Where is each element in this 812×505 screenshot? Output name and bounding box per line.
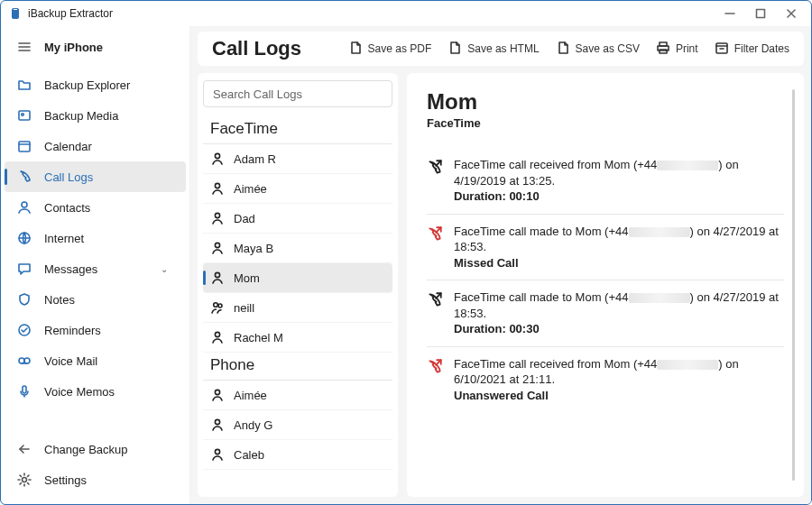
sidebar-footer-change-backup[interactable]: Change Backup [1,434,189,464]
contact-name: Mom [234,271,260,285]
hamburger-icon [17,40,32,54]
call-entry: FaceTime call received from Mom (+44) on… [427,148,784,215]
sidebar-item-notes[interactable]: Notes [1,284,189,315]
svg-rect-19 [23,386,26,393]
people-icon [210,300,225,315]
sidebar-item-label: Calendar [44,140,173,153]
svg-point-32 [215,272,219,277]
sidebar-item-voice-mail[interactable]: Voice Mail [1,345,189,376]
toolbar-filter-dates[interactable]: Filter Dates [715,41,789,58]
image-icon [17,108,32,123]
svg-point-36 [215,390,219,394]
svg-point-17 [24,358,30,363]
call-text: FaceTime call made to Mom (+44) on 4/27/… [454,224,784,271]
svg-point-30 [215,213,219,217]
gear-icon [17,473,32,487]
svg-rect-9 [19,111,30,120]
person-icon [210,330,225,344]
contact-name: neill [234,301,254,315]
svg-point-35 [215,332,219,336]
contact-name: Andy G [234,418,272,432]
back-icon [17,442,32,456]
sidebar-item-label: Voice Memos [44,385,173,399]
header-bar: Call Logs Save as PDFSave as HTMLSave as… [198,32,804,66]
sidebar-item-messages[interactable]: Messages ⌄ [1,253,189,284]
svg-point-16 [19,358,24,363]
sidebar-header[interactable]: My iPhone [1,30,189,64]
sidebar-item-calendar[interactable]: Calendar [1,131,189,161]
detail-via: FaceTime [427,116,784,130]
redacted-number [629,293,690,303]
svg-point-37 [215,419,219,424]
contact-row[interactable]: Mom [203,263,392,293]
sidebar-item-contacts[interactable]: Contacts [1,192,189,223]
redacted-number [657,360,718,370]
svg-rect-24 [660,50,667,53]
call-entry: FaceTime call received from Mom (+44) on… [427,347,784,413]
toolbar-save-as-csv[interactable]: Save as CSV [556,41,640,58]
sidebar-item-backup-explorer[interactable]: Backup Explorer [1,69,189,100]
contact-row[interactable]: Rachel M [203,323,392,353]
doc-icon [448,41,462,58]
sidebar-item-backup-media[interactable]: Backup Media [1,100,189,131]
user-icon [17,200,32,215]
contact-name: Adam R [234,152,276,166]
contact-row[interactable]: Andy G [203,410,392,440]
contacts-pane: Search Call Logs FaceTime Adam R Aimée D… [198,73,398,497]
contact-row[interactable]: Aimée [203,381,392,410]
check-icon [17,323,32,337]
svg-point-38 [215,449,219,454]
redacted-number [629,227,690,237]
sidebar-footer-settings[interactable]: Settings [1,464,189,495]
call-direction-icon [427,291,443,308]
contact-name: Dad [234,212,255,225]
toolbar-print[interactable]: Print [656,41,698,58]
redacted-number [657,161,718,170]
sidebar: My iPhone Backup Explorer Backup Media C… [1,26,190,504]
app-icon [8,6,23,21]
person-icon [210,152,225,166]
sidebar-item-label: Internet [44,232,173,245]
contact-name: Rachel M [234,331,283,344]
sidebar-item-label: Backup Media [44,109,173,123]
sidebar-item-internet[interactable]: Internet [1,223,189,253]
app-window: iBackup Extractor My iPhone Backup Explo… [0,0,812,505]
scrollbar[interactable] [792,89,795,481]
minimize-icon[interactable] [724,8,735,19]
contact-row[interactable]: neill [203,293,392,323]
svg-point-29 [215,183,219,188]
toolbar-save-as-pdf[interactable]: Save as PDF [348,41,432,58]
app-title: iBackup Extractor [28,7,113,20]
person-icon [210,418,225,432]
sidebar-item-label: Voice Mail [44,354,173,368]
titlebar: iBackup Extractor [1,1,811,26]
close-icon[interactable] [786,8,797,19]
contact-row[interactable]: Dad [203,204,392,234]
call-text: FaceTime call received from Mom (+44) on… [454,356,784,404]
sidebar-item-label: Notes [44,293,173,307]
contact-name: Maya B [234,242,273,255]
sidebar-item-reminders[interactable]: Reminders [1,315,189,345]
search-input[interactable]: Search Call Logs [203,80,392,107]
detail-name: Mom [427,89,784,115]
contact-row[interactable]: Adam R [203,144,392,174]
contact-name: Aimée [234,182,267,196]
toolbar-save-as-html[interactable]: Save as HTML [448,41,539,58]
contact-row[interactable]: Maya B [203,234,392,263]
sidebar-item-voice-memos[interactable]: Voice Memos [1,376,189,407]
message-icon [17,262,32,276]
sidebar-item-label: Call Logs [44,170,173,184]
contact-row[interactable]: Caleb [203,440,392,470]
contact-name: Aimée [234,389,267,402]
svg-rect-11 [19,142,30,152]
svg-rect-3 [757,10,765,18]
maximize-icon[interactable] [755,8,766,19]
sidebar-item-call-logs[interactable]: Call Logs [5,161,186,192]
detail-pane: Mom FaceTime FaceTime call received from… [407,73,804,497]
svg-point-34 [218,304,222,308]
voicemail-icon [17,354,32,368]
sidebar-item-label: Messages [44,262,148,276]
sidebar-item-label: Backup Explorer [44,78,173,92]
contact-row[interactable]: Aimée [203,174,392,204]
shield-icon [17,292,32,307]
